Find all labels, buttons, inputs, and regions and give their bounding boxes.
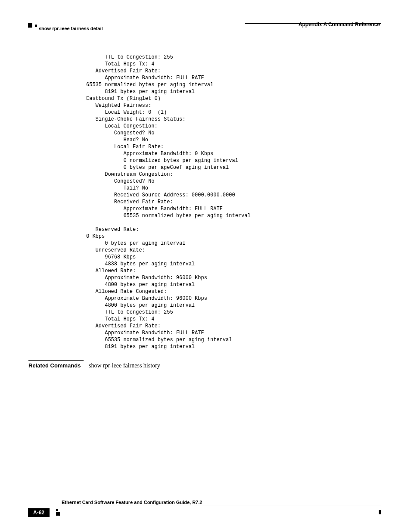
footer-marks xyxy=(56,507,60,516)
square-mark-small-icon xyxy=(35,25,37,27)
related-commands-text: show rpr-ieee fairness history xyxy=(89,362,160,369)
footer-rule xyxy=(62,505,381,505)
page-footer: Ethernet Card Software Feature and Confi… xyxy=(28,500,381,517)
square-mark-icon xyxy=(56,512,60,516)
footer-title: Ethernet Card Software Feature and Confi… xyxy=(62,500,381,505)
related-commands-label: Related Commands xyxy=(28,362,89,369)
right-edge-mark-icon xyxy=(379,510,381,514)
square-mark-small-icon xyxy=(56,509,58,511)
content-region: TTL to Congestion: 255 Total Hops Tx: 4 … xyxy=(86,54,381,350)
square-mark-icon xyxy=(28,23,32,28)
related-rule xyxy=(28,360,84,361)
page-number: A-62 xyxy=(28,508,50,517)
appendix-heading: Appendix A Command Reference xyxy=(299,22,380,28)
command-output: TTL to Congestion: 255 Total Hops Tx: 4 … xyxy=(86,54,381,350)
related-commands-section: Related Commands show rpr-ieee fairness … xyxy=(28,360,381,369)
command-heading: show rpr-ieee fairness detail xyxy=(39,26,103,31)
header-left-marks xyxy=(28,23,37,28)
